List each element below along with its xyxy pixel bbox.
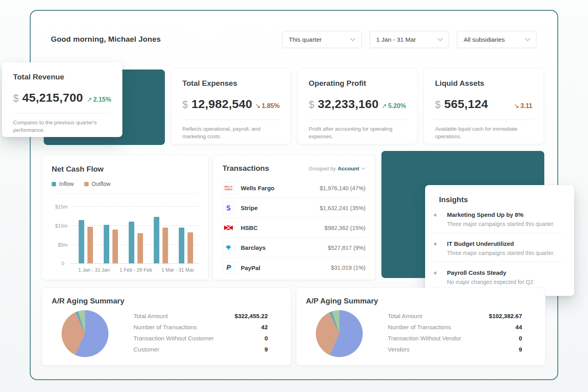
- account-amount: $527,817 (9%): [328, 245, 366, 251]
- kpi-description: Compares to the previous quarter's perfo…: [13, 119, 111, 134]
- kpi-title: Total Expenses: [182, 79, 280, 88]
- bullet-icon: [434, 214, 437, 216]
- ar-aging-pie-chart: [62, 310, 108, 357]
- chevron-down-icon: [437, 38, 443, 41]
- account-name: PayPal: [241, 265, 260, 271]
- kpi-card-total-revenue: Total Revenue $ 45,215,700 ↗2.15% Compar…: [2, 62, 122, 137]
- account-amount: $982,362 (15%): [325, 225, 366, 231]
- bar-inflow: [154, 217, 159, 263]
- currency-symbol: $: [309, 99, 314, 110]
- kpi-value: 32,233,160: [318, 97, 379, 111]
- divider: [182, 120, 280, 120]
- kpi-title: Liquid Assets: [435, 79, 532, 88]
- account-amount: $1,976,140 (47%): [320, 185, 366, 191]
- kpi-value: 565,124: [444, 97, 488, 111]
- bar-outflow: [162, 228, 168, 263]
- barclays-logo-icon: [222, 242, 234, 254]
- insight-item-title: Marketing Spend Up by 8%: [447, 211, 562, 218]
- insights-title: Insights: [439, 195, 562, 204]
- trend-down-icon: ↘: [255, 102, 260, 109]
- trend-up-icon: ↗: [381, 102, 387, 109]
- account-amount: $1,632,241 (35%): [320, 205, 366, 211]
- bar-inflow: [79, 220, 84, 263]
- kpi-description: Reflects operational, payroll, and marke…: [182, 126, 280, 141]
- wells-fargo-logo-icon: WELLS FARGO: [222, 182, 234, 194]
- filter-daterange-value: 1 Jan - 31 Mar: [376, 36, 416, 43]
- kpi-title: Total Revenue: [13, 73, 111, 81]
- divider: [309, 120, 406, 120]
- transaction-row-wells-fargo[interactable]: WELLS FARGO Wells Fargo $1,976,140 (47%): [222, 178, 366, 198]
- stat-row: Transaction Without Customer 0: [133, 332, 268, 344]
- kpi-card-total-expenses: Total Expenses $ 12,982,540 ↘1.85% Refle…: [171, 68, 291, 144]
- net-cash-flow-card: Net Cash Flow Inflow Outflow $15m $10m $…: [42, 155, 209, 280]
- x-axis-tick: 1 Feb - 29 Feb: [115, 267, 157, 273]
- ap-stats: Total Amount $102,382.67 Number of Trans…: [388, 310, 522, 355]
- stripe-logo-icon: S: [222, 202, 234, 214]
- trend-up-icon: ↗: [87, 96, 92, 103]
- bar-group: [79, 220, 93, 263]
- divider: [435, 120, 532, 120]
- divider: [13, 113, 111, 114]
- y-axis-tick: $10m: [55, 223, 68, 229]
- y-axis-tick: $15m: [55, 204, 68, 210]
- transactions-card: Transactions Grouped by Account WELLS FA…: [213, 155, 375, 280]
- greeting-text: Good morning, Michael Jones: [51, 35, 161, 44]
- stat-row: Transaction Without Vendor 0: [388, 332, 522, 344]
- grouped-by-dropdown[interactable]: Grouped by Account: [309, 166, 366, 172]
- kpi-delta: ↗2.15%: [87, 96, 111, 103]
- stat-row: Total Amount $102,382.67: [388, 310, 522, 321]
- trend-down-icon: ↘: [514, 102, 519, 109]
- filter-subsidiaries-dropdown[interactable]: All subsidiaries: [457, 31, 536, 48]
- dashboard-canvas: Good morning, Michael Jones This quarter…: [0, 0, 588, 392]
- kpi-value: 12,982,540: [191, 97, 252, 111]
- bar-inflow: [179, 228, 184, 263]
- kpi-delta: ↗5.20%: [381, 102, 406, 110]
- transaction-row-paypal[interactable]: P PayPal $31,019 (1%): [222, 258, 366, 278]
- insight-item: IT Budget Underutilized Three major camp…: [433, 233, 562, 262]
- outflow-swatch: [84, 182, 89, 186]
- kpi-value: 45,215,700: [22, 91, 83, 104]
- divider: [52, 193, 199, 194]
- bar-chart-plot-area: $15m $10m $5m 0: [73, 206, 199, 263]
- stat-row: Customer 9: [133, 344, 268, 355]
- x-axis-tick: 1 Jan - 31 Jan: [73, 267, 115, 273]
- account-name: Barclays: [241, 244, 266, 251]
- transaction-row-stripe[interactable]: S Stripe $1,632,241 (35%): [222, 198, 366, 218]
- kpi-description: Available liquid cash for immediate oper…: [435, 126, 532, 141]
- currency-symbol: $: [435, 99, 441, 110]
- currency-symbol: $: [182, 99, 188, 110]
- bar-outflow: [137, 233, 143, 263]
- filter-period-value: This quarter: [289, 36, 322, 43]
- hsbc-logo-icon: [222, 222, 234, 234]
- y-axis-tick: 0: [62, 261, 64, 266]
- ar-aging-title: A/R Aging Summary: [52, 297, 281, 305]
- insight-item-description: No major changes expected for Q2.: [447, 279, 562, 285]
- chevron-down-icon: [525, 38, 530, 41]
- currency-symbol: $: [13, 93, 19, 104]
- inflow-swatch: [52, 182, 56, 186]
- bar-outflow: [87, 227, 93, 263]
- insight-item: Marketing Spend Up by 8% Three major cam…: [433, 204, 562, 233]
- kpi-delta: ↘1.85%: [255, 102, 280, 110]
- x-axis-labels: 1 Jan - 31 Jan1 Feb - 29 Feb1 Mar - 31 M…: [73, 267, 199, 273]
- ap-aging-title: A/P Aging Summary: [306, 297, 536, 305]
- paypal-logo-icon: P: [222, 262, 234, 274]
- transactions-title: Transactions: [222, 164, 269, 173]
- bar-group: [104, 225, 118, 263]
- net-cash-flow-title: Net Cash Flow: [52, 165, 199, 174]
- bullet-icon: [434, 272, 437, 274]
- transaction-row-hsbc[interactable]: HSBC $982,362 (15%): [222, 218, 366, 238]
- account-name: Stripe: [241, 205, 258, 211]
- stat-row: Vendors 9: [388, 344, 522, 355]
- kpi-description: Profit after accounting for operating ex…: [309, 126, 406, 141]
- bar-inflow: [129, 222, 134, 263]
- ar-stats: Total Amount $322,455.22 Number of Trans…: [133, 310, 268, 355]
- filter-period-dropdown[interactable]: This quarter: [282, 31, 362, 48]
- bar-outflow: [112, 230, 118, 263]
- insight-item-title: IT Budget Underutilized: [447, 240, 562, 247]
- ar-aging-summary-card: A/R Aging Summary Total Amount $322,455.…: [42, 288, 291, 365]
- bar-series: [73, 206, 199, 263]
- bullet-icon: [434, 243, 437, 245]
- filter-daterange-dropdown[interactable]: 1 Jan - 31 Mar: [369, 31, 449, 48]
- transaction-row-barclays[interactable]: Barclays $527,817 (9%): [222, 238, 366, 258]
